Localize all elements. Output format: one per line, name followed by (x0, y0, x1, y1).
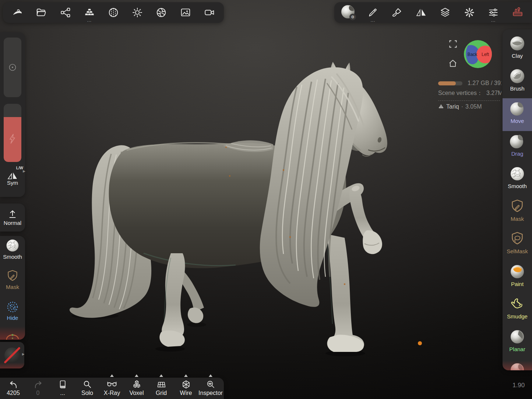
tool-label: Move (511, 118, 524, 124)
bottom-toolbar: 4205 0 ... Solo X-Ray Voxel Grid Wire In… (0, 378, 224, 399)
mesh-name: Tariq (446, 103, 459, 110)
memory-bar-fill (438, 81, 456, 85)
falloff-panel[interactable]: ▶ (0, 342, 24, 368)
postprocess-icon[interactable] (152, 3, 171, 22)
tool-label: Clay (512, 53, 523, 59)
tool-label: Drag (511, 151, 524, 157)
tool-brush[interactable]: Brush (503, 66, 532, 99)
tool-label: SelMask (507, 248, 528, 254)
intensity-icon (8, 133, 17, 144)
smooth-sphere-icon (509, 166, 525, 182)
mask-shield-icon (6, 269, 20, 283)
intensity-slider[interactable] (4, 104, 21, 162)
drag-sphere-icon (509, 133, 525, 149)
history-button[interactable]: ... (51, 378, 74, 399)
tool-partial[interactable] (503, 359, 532, 370)
solo-button[interactable]: Solo (76, 378, 99, 399)
tool-label: Brush (510, 85, 524, 92)
files-icon[interactable] (32, 3, 51, 22)
mesh-row[interactable]: Tariq · 3.05M (438, 103, 501, 110)
tool-label: Smooth (508, 183, 527, 189)
caret-up-icon[interactable] (159, 374, 163, 377)
grid-label: Grid (156, 390, 167, 396)
wire-button[interactable]: Wire (175, 378, 197, 399)
caret-up-icon[interactable] (135, 374, 138, 377)
scene-icon[interactable]: ... (80, 3, 99, 22)
brush-sphere-icon (509, 68, 525, 84)
voxel-button[interactable]: Voxel (125, 378, 148, 399)
quick-tool-hide[interactable]: Hide (0, 298, 25, 329)
xray-label: X-Ray (104, 390, 120, 396)
normal-tool-panel[interactable]: Normal (0, 204, 25, 232)
inspector-label: Inspector (198, 390, 223, 396)
quick-tool-gizmo-partial[interactable] (0, 329, 25, 340)
undo-count: 4205 (7, 390, 20, 396)
nomad-logo-icon[interactable] (8, 3, 27, 22)
tool-selmask[interactable]: SelMask (503, 229, 532, 261)
tool-label: Paint (511, 281, 524, 287)
radius-slider[interactable] (4, 38, 21, 97)
caret-up-icon[interactable] (110, 374, 114, 377)
symmetry-toggle[interactable]: L/W ▶ Sym (0, 166, 25, 186)
selmask-shield-icon (509, 231, 525, 247)
undo-button[interactable]: 4205 (2, 378, 25, 399)
gizmo-icon (4, 331, 21, 340)
stroke-icon[interactable]: ... (363, 3, 383, 22)
caret-up-icon[interactable] (209, 374, 212, 377)
grid-button[interactable]: Grid (150, 378, 173, 399)
tool-smudge[interactable]: Smudge (503, 294, 532, 326)
wire-label: Wire (180, 390, 192, 396)
falloff-expand-arrow[interactable]: ▶ (22, 352, 24, 356)
partial-sphere-icon (509, 361, 525, 370)
lighting-icon[interactable] (128, 3, 147, 22)
memory-text: 1.27 GB / 391 M (468, 80, 501, 86)
quick-tool-smooth[interactable]: Smooth (0, 236, 25, 267)
orientation-gizmo[interactable]: Back Left (464, 40, 492, 68)
tool-planar[interactable]: Planar (503, 326, 532, 359)
tool-move[interactable]: Move (503, 98, 532, 131)
redo-count: 0 (36, 390, 40, 396)
tool-paint[interactable]: Paint (503, 261, 532, 294)
home-icon[interactable] (448, 59, 457, 67)
quick-tool-mask[interactable]: Mask (0, 267, 25, 298)
sym-expand-arrow[interactable]: ▶ (23, 169, 25, 173)
nav-back-label[interactable]: Back (468, 52, 478, 57)
voxel-icon (132, 380, 142, 389)
toolbox-icon[interactable] (508, 3, 527, 22)
tool-smooth[interactable]: Smooth (503, 163, 532, 196)
tool-label: Planar (509, 346, 525, 352)
material-icon[interactable] (104, 3, 123, 22)
settings-icon[interactable] (460, 3, 479, 22)
xray-button[interactable]: X-Ray (101, 378, 123, 399)
camera-icon[interactable] (200, 3, 219, 22)
paint-sphere-icon (509, 264, 525, 280)
scene-pyramid-icon (438, 105, 444, 109)
tool-clay[interactable]: Clay (503, 33, 532, 66)
fullscreen-icon[interactable] (449, 40, 457, 48)
tool-label: Hide (7, 315, 18, 321)
mask-shield-icon (509, 198, 525, 215)
brush-preview-icon[interactable]: ⚙ (339, 3, 358, 22)
top-left-toolbar: ... (3, 2, 224, 23)
inspector-button[interactable]: Inspector (199, 378, 222, 399)
tool-drag[interactable]: Drag (503, 131, 532, 164)
redo-button[interactable]: 0 (27, 378, 49, 399)
background-icon[interactable] (176, 3, 195, 22)
solo-label: Solo (81, 390, 93, 396)
voxel-label: Voxel (129, 390, 144, 396)
history-icon (58, 380, 68, 389)
normal-arrow-icon (7, 209, 18, 219)
wire-icon (181, 380, 191, 389)
nav-left-label[interactable]: Left (482, 52, 489, 57)
scene-more-dots: ... (87, 19, 92, 22)
tool-mask[interactable]: Mask (503, 196, 532, 229)
smudge-finger-icon (509, 296, 525, 312)
symmetry-icon[interactable] (412, 3, 431, 22)
layers-icon[interactable] (436, 3, 455, 22)
sliders-icon[interactable]: ... (484, 3, 503, 22)
caret-up-icon[interactable] (184, 374, 188, 377)
export-icon[interactable] (56, 3, 75, 22)
stats-separator (438, 100, 500, 101)
horse-model[interactable] (70, 62, 387, 352)
painting-icon[interactable] (387, 3, 406, 22)
